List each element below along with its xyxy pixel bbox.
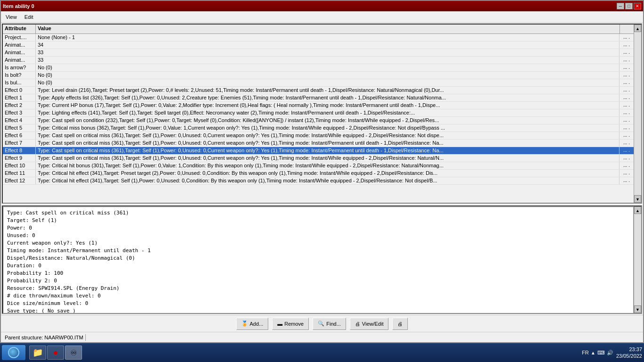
cell-dots[interactable]: ... . — [619, 124, 634, 132]
browser-icon: ● — [53, 348, 58, 358]
table-row[interactable]: Effect 3 Type: Lighting effects (141),Ta… — [3, 109, 634, 117]
detail-line: Target: Self (1) — [7, 217, 629, 224]
detail-line: Timing mode: Instant/Permanent until dea… — [7, 247, 629, 255]
detail-line: Dice size/minimum level: 0 — [7, 300, 629, 307]
cell-dots[interactable]: ... . — [619, 140, 634, 147]
cell-val: Type: Cast spell on critical miss (361),… — [36, 132, 619, 139]
find-button[interactable]: 🔍 Find... — [313, 318, 346, 330]
table-row[interactable]: Effect 6 Type: Cast spell on critical mi… — [3, 132, 634, 140]
cell-attr: Animat... — [3, 49, 36, 56]
cell-dots[interactable]: ... . — [619, 79, 634, 86]
start-button[interactable] — [2, 345, 25, 360]
detail-scroll-down[interactable]: ▼ — [634, 305, 641, 313]
menu-bar: View Edit — [1, 11, 643, 23]
clock-date: 23/05/2022 — [616, 353, 642, 359]
table-row[interactable]: Animat... 33 ... . — [3, 49, 634, 57]
cell-attr: Effect 3 — [3, 109, 36, 116]
detail-line: Save type: ( No save ) — [7, 307, 629, 314]
cell-attr: Effect 0 — [3, 87, 36, 94]
cell-val: Type: Critical miss bonus (362),Target: … — [36, 124, 619, 132]
cell-val: Type: Cast spell on critical miss (361),… — [36, 147, 619, 154]
cell-dots[interactable]: ... . — [619, 41, 634, 49]
table-scrollbar[interactable]: ▲ ▼ — [634, 25, 641, 203]
table-row[interactable]: Effect 7 Type: Cast spell on critical mi… — [3, 140, 634, 147]
table-row[interactable]: Effect 10 Type: Critical hit bonus (301)… — [3, 162, 634, 170]
print-icon: 🖨 — [397, 321, 403, 327]
window-controls: ─ □ ✕ — [617, 3, 641, 9]
table-row[interactable]: Effect 4 Type: Cast spell on condition (… — [3, 117, 634, 124]
cell-dots[interactable]: ... . — [619, 57, 634, 64]
cell-attr: Animat... — [3, 57, 36, 64]
print-button[interactable]: 🖨 — [392, 318, 408, 330]
table-row[interactable]: Animat... 34 ... . — [3, 41, 634, 49]
detail-line: Probability 1: 100 — [7, 270, 629, 277]
table-section: Attribute Value Project.... None (None) … — [2, 24, 642, 204]
taskbar-app-browser[interactable]: ● — [47, 346, 64, 360]
table-row[interactable]: Project.... None (None) - 1 ... . — [3, 34, 634, 41]
cell-val: Type: Cast spell on critical miss (361),… — [36, 155, 619, 162]
sys-icons: FR ▲ ⌨ 🔊 — [582, 350, 613, 356]
taskbar-app-files[interactable]: 📁 — [29, 346, 46, 360]
cell-dots[interactable]: ... . — [619, 177, 634, 184]
cell-val: None (None) - 1 — [36, 34, 619, 41]
menu-edit[interactable]: Edit — [21, 13, 37, 21]
add-button[interactable]: 🏅 Add... — [236, 318, 269, 330]
table-header: Attribute Value — [3, 25, 634, 34]
table-row[interactable]: Effect 12 Type: Critical hit effect (341… — [3, 177, 634, 185]
table-row[interactable]: Effect 2 Type: Current HP bonus (17),Tar… — [3, 102, 634, 109]
table-row[interactable]: Effect 0 Type: Level drain (216),Target:… — [3, 87, 634, 94]
cell-dots[interactable]: ... . — [619, 64, 634, 71]
cell-dots[interactable]: ... . — [619, 132, 634, 139]
table-row-selected[interactable]: Effect 8 Type: Cast spell on critical mi… — [3, 147, 634, 155]
cell-val: No (0) — [36, 72, 619, 79]
cell-attr: Effect 5 — [3, 124, 36, 132]
files-icon: 📁 — [33, 347, 43, 358]
lang-label: FR — [582, 350, 589, 355]
table-row[interactable]: Is bul... No (0) ... . — [3, 79, 634, 87]
detail-scrollbar[interactable]: ▲ ▼ — [634, 206, 641, 313]
cell-attr: Is bolt? — [3, 72, 36, 79]
cell-dots[interactable]: ... . — [619, 147, 634, 154]
table-row[interactable]: Effect 9 Type: Cast spell on critical mi… — [3, 155, 634, 162]
taskbar-app-active[interactable]: ♾ — [65, 346, 82, 360]
menu-view[interactable]: View — [2, 13, 21, 21]
close-button[interactable]: ✕ — [634, 3, 641, 9]
cell-attr: Effect 2 — [3, 102, 36, 109]
cell-dots[interactable]: ... . — [619, 170, 634, 177]
cell-dots[interactable]: ... . — [619, 49, 634, 56]
cell-dots[interactable]: ... . — [619, 72, 634, 79]
cell-dots[interactable]: ... . — [619, 94, 634, 101]
cell-dots[interactable]: ... . — [619, 162, 634, 169]
cell-dots[interactable]: ... . — [619, 34, 634, 41]
table-row[interactable]: Animat... 33 ... . — [3, 57, 634, 64]
cell-dots[interactable]: ... . — [619, 109, 634, 116]
table-row[interactable]: Effect 11 Type: Critical hit effect (341… — [3, 170, 634, 177]
remove-button[interactable]: ▬ Remove — [272, 318, 309, 330]
detail-line: Probability 2: 0 — [7, 277, 629, 285]
cell-val: Type: Lighting effects (141),Target: Sel… — [36, 109, 619, 116]
cell-dots[interactable]: ... . — [619, 87, 634, 94]
cell-attr: Is arrow? — [3, 64, 36, 71]
cell-dots[interactable]: ... . — [619, 117, 634, 124]
scroll-up[interactable]: ▲ — [634, 25, 641, 32]
table-row[interactable]: Effect 1 Type: Apply effects list (326),… — [3, 94, 634, 102]
cell-dots[interactable]: ... . — [619, 155, 634, 162]
table-row[interactable]: Effect 5 Type: Critical miss bonus (362)… — [3, 124, 634, 132]
detail-scroll-up[interactable]: ▲ — [634, 206, 641, 214]
table-row[interactable]: Is arrow? No (0) ... . — [3, 64, 634, 72]
cell-val: Type: Critical hit effect (341),Target: … — [36, 177, 619, 184]
cell-dots[interactable]: ... . — [619, 102, 634, 109]
title-bar: Item ability 0 ─ □ ✕ — [1, 1, 643, 11]
detail-line: Unused: 0 — [7, 232, 629, 239]
detail-panel: Type: Cast spell on critical miss (361) … — [3, 206, 634, 314]
cell-attr: Effect 11 — [3, 170, 36, 177]
table-row[interactable]: Is bolt? No (0) ... . — [3, 72, 634, 79]
maximize-button[interactable]: □ — [625, 3, 633, 9]
viewedit-button[interactable]: 🖨 View/Edit — [350, 318, 389, 330]
find-icon: 🔍 — [318, 321, 324, 327]
cell-attr: Effect 12 — [3, 177, 36, 184]
detail-section: Type: Cast spell on critical miss (361) … — [2, 206, 642, 314]
scroll-down[interactable]: ▼ — [634, 195, 641, 203]
minimize-button[interactable]: ─ — [617, 3, 624, 9]
taskbar-apps: 📁 ● ♾ — [29, 346, 82, 360]
